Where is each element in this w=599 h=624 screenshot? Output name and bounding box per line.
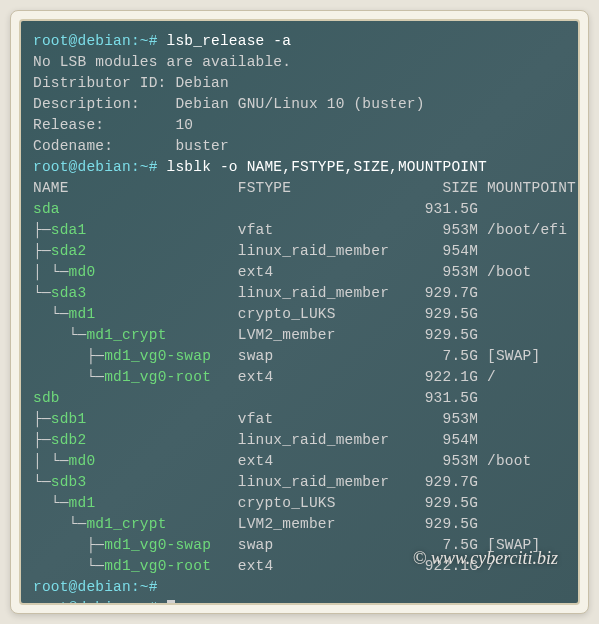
device-name: md1_vg0-root (104, 558, 211, 574)
device-name: sdb1 (51, 411, 87, 427)
device-name: sdb (33, 390, 60, 406)
device-name: md1_vg0-swap (104, 537, 211, 553)
shell-prompt: root@debian:~# (33, 159, 158, 175)
device-name: sdb3 (51, 474, 87, 490)
device-name: md0 (69, 264, 96, 280)
device-name: md1_crypt (86, 516, 166, 532)
shell-prompt: root@debian:~# (33, 600, 158, 605)
cursor (167, 600, 175, 605)
terminal-window[interactable]: root@debian:~# lsb_release -a No LSB mod… (19, 19, 580, 605)
photo-frame-outer: root@debian:~# lsb_release -a No LSB mod… (10, 10, 589, 614)
shell-prompt: root@debian:~# (33, 579, 158, 595)
device-name: sda (33, 201, 60, 217)
device-name: sda3 (51, 285, 87, 301)
device-name: sda1 (51, 222, 87, 238)
device-name: md1_vg0-swap (104, 348, 211, 364)
device-name: md1 (69, 495, 96, 511)
command-lsblk: lsblk -o NAME,FSTYPE,SIZE,MOUNTPOINT (167, 159, 487, 175)
shell-prompt: root@debian:~# (33, 33, 158, 49)
device-name: md0 (69, 453, 96, 469)
device-name: md1_crypt (86, 327, 166, 343)
device-name: md1 (69, 306, 96, 322)
device-name: sda2 (51, 243, 87, 259)
command-lsb-release: lsb_release -a (167, 33, 292, 49)
watermark-text: © www.cyberciti.biz (413, 548, 558, 569)
device-name: md1_vg0-root (104, 369, 211, 385)
terminal-content[interactable]: root@debian:~# lsb_release -a No LSB mod… (33, 31, 566, 605)
device-name: sdb2 (51, 432, 87, 448)
